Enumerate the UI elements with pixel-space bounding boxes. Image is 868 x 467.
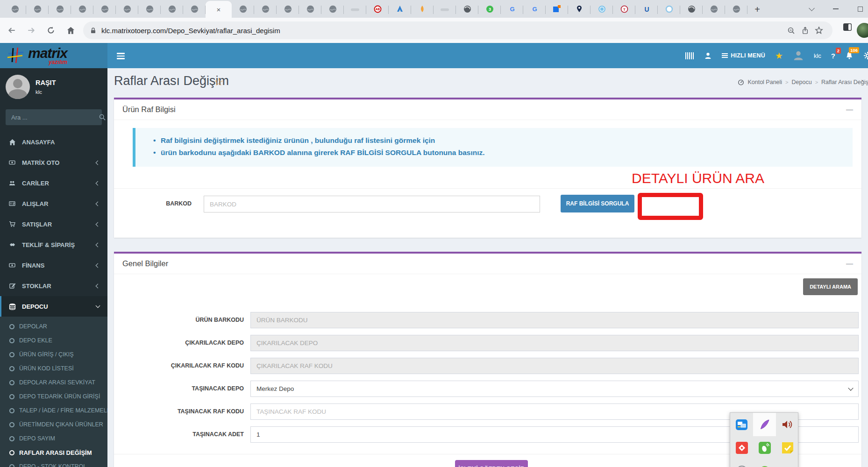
reload-button[interactable] <box>43 22 59 38</box>
browser-tab[interactable] <box>680 2 703 18</box>
sidebar-item-satislar[interactable]: SATIŞLAR <box>0 214 107 234</box>
tab-search-chevron-icon[interactable] <box>808 6 815 12</box>
browser-tab[interactable] <box>389 2 411 18</box>
help-button[interactable]: ? 2 <box>831 52 835 60</box>
app-logo[interactable]: matrix yazılım <box>0 43 107 68</box>
sidebar-toggle-icon[interactable] <box>117 50 129 61</box>
notifications-bell-icon[interactable]: 106 <box>845 51 854 60</box>
anydesk-tool-icon[interactable] <box>730 436 753 460</box>
favorites-star-icon[interactable]: ★ <box>775 50 783 61</box>
browser-tab[interactable] <box>299 2 321 18</box>
submenu-item-depo-ekle[interactable]: DEPO EKLE <box>0 333 107 347</box>
browser-tab[interactable] <box>138 2 161 18</box>
back-button[interactable] <box>4 22 20 38</box>
mouse-tool-icon[interactable] <box>753 436 776 460</box>
screens-tool-icon[interactable] <box>730 413 753 436</box>
user-avatar-icon[interactable] <box>793 50 804 61</box>
browser-tab[interactable] <box>232 2 254 18</box>
submenu-item-depolar-arasi-sevkiyat[interactable]: DEPOLAR ARASI SEVKİYAT <box>0 375 107 389</box>
extra-tool-icon[interactable] <box>776 460 799 467</box>
sidebar-item-teklif-siparis[interactable]: TEKLİF & SİPARİŞ <box>0 234 107 255</box>
notes-tool-icon[interactable] <box>776 436 799 460</box>
user-avatar[interactable] <box>6 75 30 99</box>
breadcrumb-home[interactable]: Kontol Paneli <box>747 79 782 85</box>
collapse-icon[interactable]: — <box>846 260 853 267</box>
browser-tab[interactable] <box>277 2 299 18</box>
sidebar-item-depocu[interactable]: DEPOCU <box>0 296 107 317</box>
submenu-item-urun-giris-cikis[interactable]: ÜRÜN GİRİŞ / ÇIKIŞ <box>0 347 107 361</box>
sidebar-item-cariler[interactable]: CARİLER <box>0 173 107 193</box>
submenu-item-uretimden-cikan[interactable]: ÜRETİMDEN ÇIKAN ÜRÜNLER <box>0 417 107 432</box>
tasinacak-depo-select[interactable]: Merkez Depo <box>250 381 859 397</box>
side-panel-icon[interactable] <box>843 23 852 33</box>
quick-menu-button[interactable]: HIZLI MENÜ <box>722 52 765 59</box>
browser-tab[interactable]: 3 <box>478 2 501 18</box>
zoom-indicator-icon[interactable] <box>784 23 798 37</box>
browser-tab[interactable] <box>703 2 725 18</box>
browser-tab[interactable] <box>568 2 591 18</box>
window-restore-button[interactable] <box>857 6 863 12</box>
browser-tab[interactable] <box>591 2 613 18</box>
share-icon[interactable] <box>798 23 812 37</box>
sidebar-search-input[interactable] <box>6 114 99 121</box>
browser-tab[interactable] <box>725 2 747 18</box>
sidebar-item-alislar[interactable]: ALIŞLAR <box>0 193 107 214</box>
window-minimize-button[interactable] <box>832 6 839 12</box>
breadcrumb-section[interactable]: Depocu <box>792 79 812 85</box>
browser-profile-avatar[interactable] <box>857 23 868 38</box>
sidebar-item-anasayfa[interactable]: ANASAYFA <box>0 132 107 152</box>
tab-close-icon[interactable]: × <box>217 6 221 13</box>
person-icon[interactable] <box>704 52 712 60</box>
browser-tab[interactable] <box>456 2 478 18</box>
bookmark-star-icon[interactable] <box>812 23 826 37</box>
new-tab-button[interactable]: + <box>750 2 764 16</box>
browser-tab[interactable]: G <box>501 2 523 18</box>
browser-tab[interactable] <box>434 2 456 18</box>
barcode-input[interactable] <box>204 196 540 212</box>
submenu-item-urun-kod-listesi[interactable]: ÜRÜN KOD LİSTESİ <box>0 361 107 375</box>
address-bar[interactable]: klc.matrixotoerp.com/Depo_Sevkiyat/rafla… <box>83 21 832 39</box>
browser-tab[interactable] <box>411 2 434 18</box>
record-tool-icon[interactable] <box>753 460 776 467</box>
review-operation-button[interactable]: İŞLEMİ GÖZDEN GEÇİR <box>455 460 528 467</box>
home-button[interactable] <box>63 22 78 38</box>
sidebar-search-button[interactable] <box>99 109 106 125</box>
forward-button[interactable] <box>23 22 39 38</box>
submenu-item-depo-sayim[interactable]: DEPO SAYIM <box>0 432 107 446</box>
submenu-item-talep-iade-fire[interactable]: TALEP / İADE / FİRE MALZEMELE <box>0 403 107 417</box>
browser-tab[interactable] <box>49 2 71 18</box>
sidebar-item-matrix-oto[interactable]: MATRİX OTO <box>0 152 107 173</box>
annotation-highlight-box[interactable] <box>638 193 703 220</box>
sidebar-item-stoklar[interactable]: STOKLAR <box>0 276 107 296</box>
browser-tab[interactable] <box>4 2 26 18</box>
speaker-tool-icon[interactable] <box>776 413 799 436</box>
detailed-search-button[interactable]: DETAYLI ARAMA <box>803 278 858 295</box>
sidebar-item-finans[interactable]: FİNANS <box>0 255 107 276</box>
browser-tab[interactable]: U <box>635 2 658 18</box>
submenu-item-depolar[interactable]: DEPOLAR <box>0 319 107 333</box>
browser-tab[interactable] <box>658 2 680 18</box>
browser-tab[interactable] <box>546 2 568 18</box>
browser-tab[interactable]: AB <box>366 2 389 18</box>
clipboard-tool-icon[interactable] <box>730 460 753 467</box>
browser-tab[interactable] <box>321 2 344 18</box>
browser-tab[interactable] <box>183 2 206 18</box>
pen-tool-icon[interactable] <box>753 413 776 436</box>
browser-tab[interactable] <box>116 2 138 18</box>
collapse-icon[interactable]: — <box>846 106 853 113</box>
browser-tab[interactable] <box>71 2 93 18</box>
user-shortname[interactable]: klc <box>814 52 821 59</box>
browser-tab[interactable]: T <box>613 2 635 18</box>
browser-tab[interactable] <box>93 2 116 18</box>
browser-tab[interactable] <box>254 2 277 18</box>
shelf-query-button[interactable]: RAF BİLGİSİ SORGULA <box>561 195 634 212</box>
url-text[interactable]: klc.matrixotoerp.com/Depo_Sevkiyat/rafla… <box>101 27 784 35</box>
browser-tab-active[interactable]: × <box>206 1 232 18</box>
submenu-item-depo-tedarik-urun-girisi[interactable]: DEPO TEDARİK ÜRÜN GİRİŞİ <box>0 389 107 403</box>
submenu-item-depo-stok-kontrol[interactable]: DEPO - STOK KONTROL <box>0 460 107 467</box>
browser-tab[interactable] <box>161 2 183 18</box>
browser-tab[interactable] <box>344 2 366 18</box>
settings-gear-icon[interactable] <box>863 51 868 60</box>
barcode-icon[interactable] <box>685 52 694 59</box>
submenu-item-raflar-arasi-degisim[interactable]: RAFLAR ARASI DEĞİŞİM <box>0 446 107 460</box>
